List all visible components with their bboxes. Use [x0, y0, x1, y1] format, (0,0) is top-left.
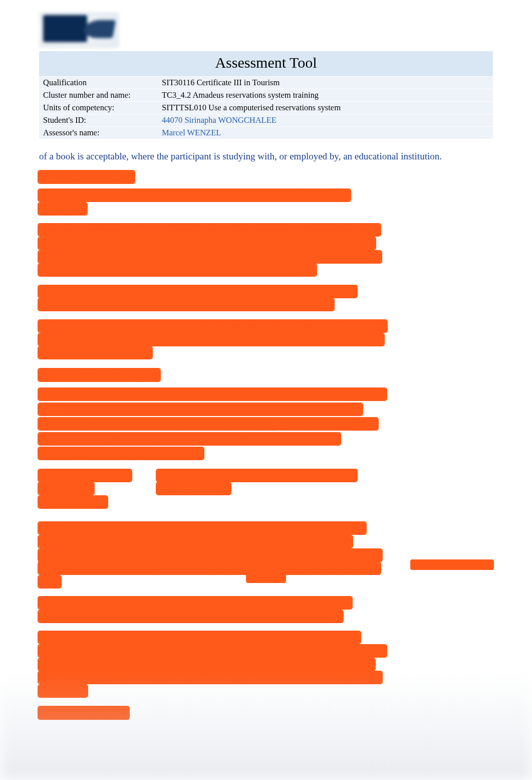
section-heading: Assessment Location	[39, 706, 128, 720]
header-label: Cluster number and name:	[39, 89, 161, 101]
header-rows: QualificationSIT30116 Certificate III in…	[39, 76, 493, 139]
redacted-text: If you are dissatisfied with the outcome…	[39, 389, 386, 400]
footer-line: TC3_4.2 SITTTSL010 Shailendra.docx Versi…	[39, 560, 493, 569]
header-value: TC3_4.2 Amadeus reservations system trai…	[161, 89, 493, 101]
redacted-text: Each activity in this assessment tasks w…	[39, 190, 350, 201]
redacted-text: Complaints/Appeals Policy and Procedure.	[39, 448, 203, 459]
header-value: 44070 Sirinapha WONGCHALEE	[161, 114, 493, 126]
sections: Competency OutcomeEach activity in this …	[39, 170, 493, 720]
redacted-paragraph: It applies to frontline sales and operat…	[39, 631, 386, 698]
header-label: Student's ID:	[39, 114, 161, 126]
redacted-text: of the assessment task because you feel …	[39, 404, 362, 415]
unit-application-row: Application of the unit(extract fromtrai…	[39, 469, 493, 514]
redacted-text: Assessment Location	[39, 707, 128, 718]
header-row: Cluster number and name:TC3_4.2 Amadeus …	[39, 89, 493, 101]
redacted-text: (extract from	[39, 483, 93, 494]
redacted-text: tasks as indicated by your assessor. You…	[39, 334, 383, 345]
footer-left: TC3_4.2 SITTTSL010 Shailendra.docx	[39, 560, 158, 569]
redacted-text: training.gov.au):	[39, 497, 107, 507]
header-label: Qualification	[39, 77, 161, 89]
redacted-text: Competency Outcome	[39, 171, 134, 182]
redacted-text: This unit describes the performance outc…	[39, 523, 365, 533]
redacted-text: Satisfactory.	[39, 204, 86, 214]
redacted-text: competency outcome, which will be either…	[39, 299, 333, 310]
redacted-text: sales agents.	[39, 686, 87, 696]
redacted-paragraph: The unit applies to any tourism, travel,…	[39, 597, 351, 623]
footer-page-number: Page 5 of 18	[247, 574, 285, 582]
redacted-text: When you have completed all tasks in thi…	[39, 286, 356, 297]
unit-application-value: SITTTSL010 Use a computerised reservatio…	[157, 469, 493, 509]
redacted-text: computerised reservations or operations …	[39, 536, 352, 547]
unit-application-label: Application of the unit(extract fromtrai…	[39, 469, 144, 509]
header-label: Units of competency:	[39, 102, 161, 114]
redacted-paragraph: Each activity in this assessment tasks w…	[39, 189, 350, 216]
redacted-text: SITTTSL010 Use a computerised reservatio…	[157, 470, 356, 481]
redacted-text: request to have the task/s or overall as…	[39, 419, 279, 429]
redacted-text: coordinators, visitor information office…	[39, 659, 374, 670]
redacted-paragraph: When you have completed all tasks in thi…	[39, 285, 356, 312]
document-body: of a book is acceptable, where the parti…	[39, 150, 493, 720]
redacted-text: organisers, event coordinators, tour des…	[39, 672, 381, 683]
redacted-text: If your work is marked as Not Yet Compet…	[39, 321, 386, 331]
redacted-text: bookings for products and services. The …	[39, 550, 381, 560]
redacted-text: timeline in which you will be required t…	[39, 252, 381, 262]
header-value: SIT30116 Certificate III in Tourism	[161, 77, 493, 89]
section-heading: Assessment Appeals Process	[39, 368, 159, 382]
redacted-text: assessor and then given time to complete…	[39, 238, 375, 249]
logo-mark	[43, 15, 87, 42]
redacted-text: It applies to frontline sales and operat…	[39, 632, 360, 643]
page-title: Assessment Tool	[39, 51, 493, 76]
assessment-header: Assessment Tool QualificationSIT30116 Ce…	[39, 51, 493, 139]
logo	[39, 12, 119, 48]
header-row: Units of competency:SITTTSL010 Use a com…	[39, 101, 493, 114]
redacted-text: computerised system used will vary. Trav…	[39, 611, 342, 622]
redacted-text: independence and under limited supervisi…	[39, 646, 386, 656]
page: Assessment Tool QualificationSIT30116 Ce…	[0, 0, 532, 780]
logo-tail	[83, 20, 116, 38]
redacted-text: determined by the assessor and based on …	[39, 265, 316, 275]
redacted-paragraph: If you are dissatisfied with the outcome…	[39, 387, 386, 461]
visible-paragraph: of a book is acceptable, where the parti…	[39, 150, 493, 163]
section-heading: Competency Outcome	[39, 170, 134, 184]
header-row: QualificationSIT30116 Certificate III in…	[39, 76, 493, 89]
redacted-text: Assessment Appeals Process	[39, 369, 159, 380]
redacted-text: If your work is marked as Not Satisfacto…	[39, 225, 380, 235]
redacted-text: Application of the unit	[39, 470, 131, 481]
redacted-paragraph: If your work is marked as Not Yet Compet…	[39, 320, 386, 360]
redacted-text: The unit applies to any tourism, travel,…	[39, 598, 351, 608]
redacted-text: with the outcome, you may lodge a formal…	[39, 434, 340, 444]
footer-page: Page 5 of 18	[39, 574, 493, 582]
header-label: Assessor's name:	[39, 127, 161, 139]
footer: TC3_4.2 SITTTSL010 Shailendra.docx Versi…	[39, 560, 493, 582]
header-value: Marcel WENZEL	[161, 127, 493, 139]
redacted-text: If you are still dissatisfied	[279, 419, 377, 429]
header-row: Assessor's name:Marcel WENZEL	[39, 126, 493, 139]
header-value: SITTTSL010 Use a computerised reservatio…	[161, 102, 493, 114]
footer-right: Version: Issued 23.11.2020	[411, 560, 493, 569]
redacted-text: operations system	[157, 483, 230, 494]
header-row: Student's ID:44070 Sirinapha WONGCHALEE	[39, 114, 493, 126]
redacted-text: tasks are not fully completed.	[39, 347, 151, 358]
redacted-paragraph: If your work is marked as Not Satisfacto…	[39, 224, 381, 277]
